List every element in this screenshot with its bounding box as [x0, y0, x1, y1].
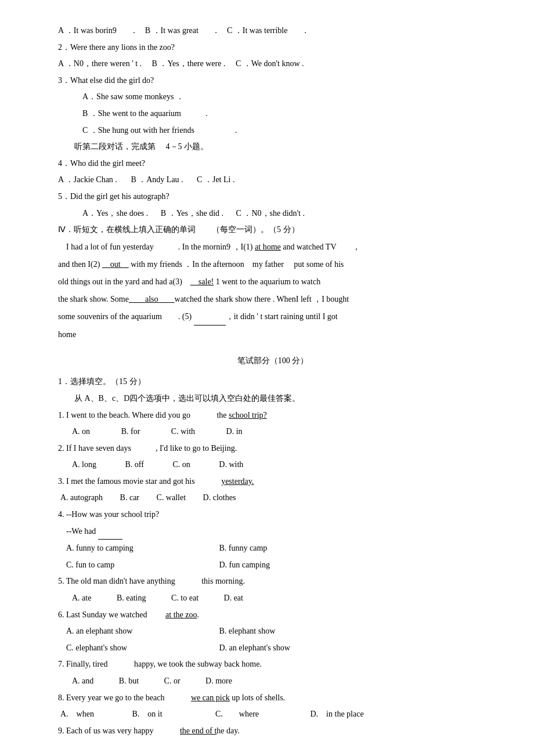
q3-optA: A．She saw some monkeys ． — [58, 89, 488, 105]
written-q2: 2. If I have seven days , I'd like to go… — [58, 441, 488, 457]
listen-section-2: 听第二段对话，完成第 4－5 小题。 — [58, 139, 488, 155]
written-q1: 1. I went to the beach. Where did you go… — [58, 408, 488, 424]
written-q4-optAB: A. funny to camping B. funny camp — [58, 541, 488, 556]
written-q5: 5. The old man didn't have anything this… — [58, 574, 488, 589]
q4-options-row: A ．Jackie Chan . B ．Andy Lau . C ．Jet Li… — [58, 172, 488, 188]
written-q8-options: A. when B. on it C. where D. in the plac… — [58, 707, 488, 722]
passage-line-1: I had a lot of fun yesterday . In the mo… — [58, 239, 488, 255]
written-q7: 7. Finally, tired happy, we took the sub… — [58, 657, 488, 672]
passage-line-2: and then I(2) out with my friends ．In th… — [58, 256, 488, 273]
q5-options-row: A．Yes，she does . B ．Yes，she did . C ．N0，… — [58, 206, 488, 222]
passage-line-5: some souvenirs of the aquarium . (5) ，it… — [58, 309, 488, 325]
question-3: 3．What else did the girl do? — [58, 73, 488, 89]
question-2: 2．Were there any lions in the zoo? — [58, 40, 488, 56]
written-q3-options: A. autograph B. car C. wallet D. clothes — [58, 490, 488, 506]
opt-B: B ．It was great — [145, 26, 199, 35]
written-q2-options: A. long B. off C. on D. with — [58, 457, 488, 473]
written-q9: 9. Each of us was very happy the end of … — [58, 724, 488, 739]
written-q3: 3. I met the famous movie star and got h… — [58, 474, 488, 490]
question-4: 4．Who did the girl meet? — [58, 156, 488, 172]
main-content: A ．It was borin9 ． B ．It was great ． C ．… — [58, 23, 488, 739]
written-q6: 6. Last Sunday we watched at the zoo. — [58, 607, 488, 623]
writing-section-title: 笔试部分（100 分） — [58, 353, 488, 369]
written-q1-options: A. on B. for C. with D. in — [58, 424, 488, 440]
opt-A: A ．It was borin9 — [58, 26, 117, 35]
written-q6-optCD: C. elephant's show D. an elephant's show — [58, 641, 488, 656]
q2-options-row: A ．N0，there weren ' t . B ．Yes，there wer… — [58, 56, 488, 72]
opt-C: C ．It was terrible — [227, 26, 288, 35]
written-q6-optAB: A. an elephant show B. elephant show — [58, 624, 488, 639]
written-q4-optCD: C. fun to camp D. fun camping — [58, 558, 488, 573]
section1-instruction: 从 A、B、c、D四个选项中，选出可以填入空白处的最佳答案。 — [58, 391, 488, 407]
writing-section: 笔试部分（100 分） 1．选择填空。（15 分） 从 A、B、c、D四个选项中… — [58, 353, 488, 739]
q1-options-row: A ．It was borin9 ． B ．It was great ． C ．… — [58, 23, 488, 39]
written-q4b: --We had — [58, 524, 488, 540]
passage-line-3: old things out in the yard and had a(3) … — [58, 274, 488, 290]
section-iv-title: Ⅳ．听短文，在横线上填入正确的单词 （每空一词）。（5 分） — [58, 222, 488, 238]
question-5: 5．Did the girl get his autograph? — [58, 189, 488, 205]
written-q5-options: A. ate B. eating C. to eat D. eat — [58, 591, 488, 606]
q3-optB: B ．She went to the aquarium . — [58, 106, 488, 122]
written-q7-options: A. and B. but C. or D. more — [58, 674, 488, 689]
written-q4a: 4. --How was your school trip? — [58, 507, 488, 523]
section1-title: 1．选择填空。（15 分） — [58, 374, 488, 390]
written-q8: 8. Every year we go to the beach we can … — [58, 690, 488, 706]
passage-line-6: home — [58, 327, 488, 343]
passage-line-4: the shark show. Some also watched the sh… — [58, 291, 488, 308]
q3-optC: C ．She hung out with her friends . — [58, 123, 488, 139]
